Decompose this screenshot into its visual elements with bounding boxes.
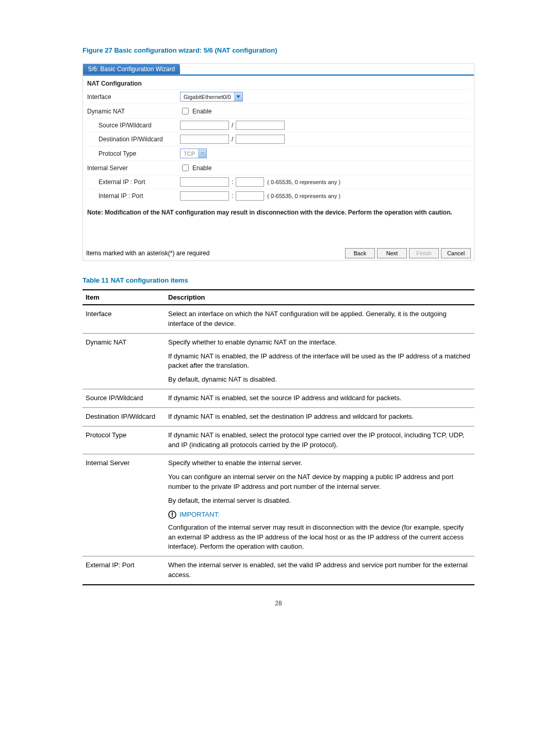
- svg-marker-0: [236, 95, 240, 98]
- page-number: 28: [83, 600, 474, 607]
- external-port-input[interactable]: [236, 177, 264, 187]
- wizard-footer: Items marked with an asterisk(*) are req…: [83, 246, 474, 261]
- colon-text: :: [231, 178, 234, 186]
- source-ip-label: Source IP/Wildcard: [87, 122, 180, 129]
- table-row: Destination IP/Wildcard If dynamic NAT i…: [83, 407, 474, 426]
- interface-select[interactable]: GigabitEthernet0/0: [180, 92, 243, 102]
- chevron-down-icon: [198, 149, 206, 158]
- back-button[interactable]: Back: [345, 248, 375, 258]
- next-button[interactable]: Next: [377, 248, 407, 258]
- protocol-type-value: TCP: [181, 151, 198, 157]
- row-item: Source IP/Wildcard: [83, 389, 165, 408]
- slash-text: /: [231, 136, 234, 143]
- figure-title: Figure 27 Basic configuration wizard: 5/…: [83, 46, 474, 54]
- slash-text: /: [231, 122, 234, 129]
- svg-rect-4: [172, 516, 173, 517]
- row-item: Destination IP/Wildcard: [83, 407, 165, 426]
- row-item: Dynamic NAT: [83, 333, 165, 389]
- internal-ip-input[interactable]: [180, 191, 229, 201]
- table-row: Interface Select an interface on which t…: [83, 305, 474, 333]
- row-desc: If dynamic NAT is enabled, set the sourc…: [165, 389, 474, 408]
- internal-port-input[interactable]: [236, 191, 264, 201]
- required-note: Items marked with an asterisk(*) are req…: [86, 250, 209, 257]
- svg-marker-1: [201, 152, 205, 155]
- colon-text: :: [231, 192, 234, 200]
- dest-wildcard-input[interactable]: [236, 135, 285, 144]
- dest-ip-input[interactable]: [180, 135, 229, 144]
- row-item: Protocol Type: [83, 426, 165, 454]
- nat-config-table: Item Description Interface Select an int…: [83, 289, 474, 585]
- important-label: IMPORTANT:: [179, 510, 220, 520]
- protocol-type-select[interactable]: TCP: [180, 149, 207, 158]
- dynamic-nat-checkbox[interactable]: [182, 108, 189, 114]
- external-ip-port-label: External IP : Port: [87, 178, 180, 186]
- source-wildcard-input[interactable]: [236, 121, 285, 130]
- table-head-desc: Description: [165, 290, 474, 305]
- internal-server-checkbox[interactable]: [182, 165, 189, 171]
- row-desc: Select an interface on which the NAT con…: [165, 305, 474, 333]
- table-row: Protocol Type If dynamic NAT is enabled,…: [83, 426, 474, 454]
- row-item: Internal Server: [83, 454, 165, 556]
- wizard-panel: 5/6: Basic Configuration Wizard NAT Conf…: [83, 63, 474, 246]
- internal-server-label: Internal Server: [87, 165, 180, 172]
- row-desc: If dynamic NAT is enabled, select the pr…: [165, 426, 474, 454]
- row-desc: Specify whether to enable dynamic NAT on…: [165, 333, 474, 389]
- interface-label: Interface: [87, 93, 180, 101]
- table-row: Internal Server Specify whether to enabl…: [83, 454, 474, 556]
- important-icon: [168, 511, 176, 519]
- dest-ip-label: Destination IP/Wildcard: [87, 136, 180, 143]
- table-row: External IP: Port When the internal serv…: [83, 556, 474, 585]
- row-desc: Specify whether to enable the internal s…: [165, 454, 474, 556]
- internal-port-hint: ( 0-65535, 0 represents any ): [266, 193, 340, 199]
- internal-ip-port-label: Internal IP : Port: [87, 192, 180, 200]
- wizard-note: Note: Modification of the NAT configurat…: [87, 203, 470, 221]
- table-row: Dynamic NAT Specify whether to enable dy…: [83, 333, 474, 389]
- wizard-tab: 5/6: Basic Configuration Wizard: [83, 64, 180, 74]
- table-title: Table 11 NAT configuration items: [83, 276, 474, 284]
- internal-server-enable-text: Enable: [192, 165, 211, 172]
- row-desc: When the internal server is enabled, set…: [165, 556, 474, 585]
- row-desc: If dynamic NAT is enabled, set the desti…: [165, 407, 474, 426]
- dynamic-nat-label: Dynamic NAT: [87, 108, 180, 115]
- external-port-hint: ( 0-65535, 0 represents any ): [266, 179, 340, 185]
- cancel-button[interactable]: Cancel: [441, 248, 471, 258]
- interface-select-value: GigabitEthernet0/0: [181, 94, 234, 100]
- source-ip-input[interactable]: [180, 121, 229, 130]
- table-row: Source IP/Wildcard If dynamic NAT is ena…: [83, 389, 474, 408]
- chevron-down-icon: [234, 92, 242, 101]
- svg-rect-3: [172, 513, 173, 516]
- dynamic-nat-enable-text: Enable: [192, 108, 211, 115]
- row-item: Interface: [83, 305, 165, 333]
- table-head-item: Item: [83, 290, 165, 305]
- external-ip-input[interactable]: [180, 177, 229, 187]
- section-heading: NAT Configuration: [87, 78, 470, 89]
- protocol-type-label: Protocol Type: [87, 150, 180, 157]
- row-item: External IP: Port: [83, 556, 165, 585]
- finish-button[interactable]: Finish: [409, 248, 439, 258]
